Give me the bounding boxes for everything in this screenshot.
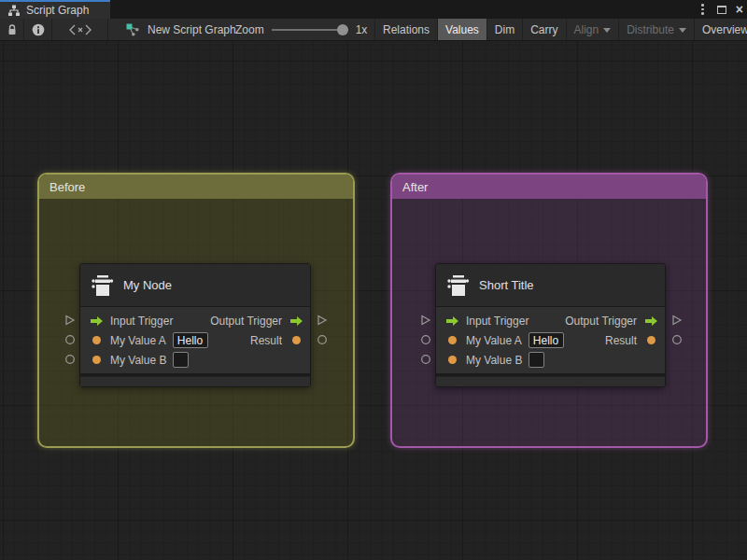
align-dropdown[interactable]: Align — [566, 19, 619, 40]
node-my-node[interactable]: My Node Input Trigger Output Trigger — [79, 263, 311, 387]
carry-button[interactable]: Carry — [522, 19, 565, 40]
port-row: My Value B — [436, 350, 665, 370]
port-label: Output Trigger — [565, 315, 637, 328]
graph-node-icon — [126, 23, 141, 36]
node-header[interactable]: Short Title — [436, 264, 665, 307]
code-ports-button[interactable] — [52, 19, 108, 40]
output-trigger-port[interactable] — [643, 315, 658, 327]
value-b-input[interactable] — [529, 352, 544, 368]
unit-node-icon — [445, 273, 470, 298]
port-row: My Value A Result — [436, 330, 665, 350]
port-label: Result — [250, 334, 282, 347]
toolbar-toggles: Relations Values Dim Carry Align Distrib… — [374, 19, 747, 40]
port-label: Input Trigger — [110, 315, 173, 328]
kebab-menu-icon[interactable] — [698, 2, 708, 17]
external-value-port-icon[interactable] — [671, 334, 683, 345]
value-port-dot — [448, 336, 457, 344]
external-value-port-icon[interactable] — [420, 334, 431, 345]
toolbar: New Script Graph Zoom 1x Relations Value… — [0, 19, 747, 41]
port-label: My Value B — [110, 354, 166, 367]
lock-button[interactable] — [0, 19, 24, 40]
info-icon — [32, 23, 45, 36]
value-b-input[interactable] — [173, 352, 189, 368]
value-b-port[interactable] — [444, 356, 459, 364]
external-flow-port-icon[interactable] — [671, 315, 683, 326]
zoom-slider-handle[interactable] — [337, 24, 348, 35]
result-port[interactable] — [289, 336, 303, 344]
zoom-control: Zoom 1x — [235, 19, 367, 40]
node-short-title[interactable]: Short Title Input Trigger Output Trigger — [435, 263, 666, 387]
value-port-dot — [92, 356, 101, 364]
tab-bar: Script Graph × — [0, 0, 747, 19]
node-footer — [436, 376, 665, 386]
values-button[interactable]: Values — [437, 19, 486, 40]
output-trigger-port[interactable] — [289, 315, 303, 327]
port-row: My Value A Result — [80, 330, 310, 350]
zoom-slider[interactable] — [272, 19, 348, 40]
flow-arrow-icon — [445, 315, 459, 327]
external-flow-port-icon[interactable] — [420, 315, 431, 326]
node-header[interactable]: My Node — [80, 264, 310, 307]
group-after-header[interactable]: After — [392, 175, 706, 199]
node-body: Input Trigger Output Trigger My Valu — [436, 307, 665, 373]
external-value-port-icon[interactable] — [64, 334, 76, 345]
port-label: My Value A — [110, 334, 166, 347]
value-port-dot — [647, 336, 655, 344]
port-label: Output Trigger — [210, 315, 282, 328]
value-port-dot — [92, 336, 101, 344]
input-trigger-port[interactable] — [89, 315, 104, 327]
zoom-value: 1x — [356, 23, 368, 36]
script-graph-window: Script Graph × — [0, 0, 747, 560]
port-label: My Value A — [466, 334, 522, 347]
tab-title: Script Graph — [26, 4, 89, 17]
distribute-dropdown[interactable]: Distribute — [618, 19, 694, 40]
input-trigger-port[interactable] — [444, 315, 459, 327]
close-icon[interactable]: × — [736, 3, 743, 16]
node-title: Short Title — [479, 278, 534, 292]
tab-script-graph[interactable]: Script Graph — [0, 0, 110, 19]
relations-button[interactable]: Relations — [374, 19, 437, 40]
port-row: Input Trigger Output Trigger — [80, 311, 310, 330]
dim-button[interactable]: Dim — [486, 19, 522, 40]
graph-canvas[interactable]: Before After — [0, 41, 747, 560]
group-before-header[interactable]: Before — [39, 175, 353, 199]
lock-icon — [7, 23, 18, 36]
window-controls: × — [698, 0, 743, 19]
node-footer — [80, 376, 310, 386]
value-port-dot — [448, 356, 457, 364]
info-button[interactable] — [24, 19, 52, 40]
unit-node-icon — [90, 273, 114, 298]
external-flow-port-icon[interactable] — [317, 315, 328, 326]
flow-arrow-icon — [289, 315, 303, 327]
external-value-port-icon[interactable] — [64, 354, 76, 365]
overview-button[interactable]: Overview — [694, 19, 747, 40]
node-body: Input Trigger Output Trigger My Valu — [80, 307, 310, 373]
hierarchy-icon — [7, 5, 21, 17]
value-a-port[interactable] — [89, 336, 104, 344]
flow-arrow-icon — [90, 315, 104, 327]
result-port[interactable] — [643, 336, 658, 344]
node-title: My Node — [123, 278, 172, 292]
angle-brackets-icon — [68, 24, 92, 35]
value-a-input[interactable] — [173, 332, 208, 348]
external-value-port-icon[interactable] — [317, 334, 328, 345]
port-label: My Value B — [466, 354, 522, 367]
group-label: After — [402, 180, 428, 194]
graph-name-label: New Script Graph — [148, 23, 236, 36]
value-port-dot — [292, 336, 301, 344]
chevron-down-icon — [679, 28, 686, 33]
graph-name-button[interactable]: New Script Graph — [117, 19, 246, 40]
group-label: Before — [49, 180, 85, 194]
flow-arrow-icon — [644, 315, 658, 327]
zoom-label: Zoom — [235, 23, 264, 36]
port-row: My Value B — [80, 350, 310, 370]
chevron-down-icon — [603, 28, 611, 33]
port-row: Input Trigger Output Trigger — [436, 311, 665, 330]
external-flow-port-icon[interactable] — [64, 315, 76, 326]
value-a-port[interactable] — [444, 336, 459, 344]
value-a-input[interactable] — [529, 332, 564, 348]
value-b-port[interactable] — [89, 356, 104, 364]
external-value-port-icon[interactable] — [420, 354, 431, 365]
maximize-icon[interactable] — [717, 6, 726, 14]
port-label: Input Trigger — [466, 315, 529, 328]
